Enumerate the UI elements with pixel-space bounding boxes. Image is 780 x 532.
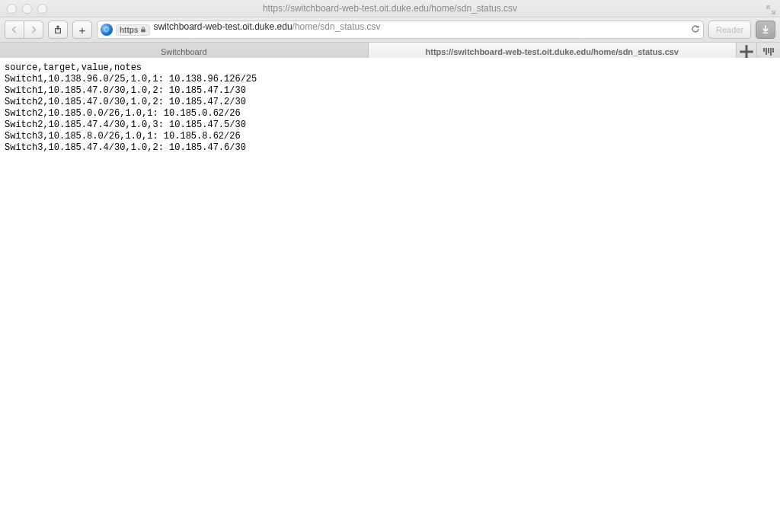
url-host: switchboard-web-test.oit.duke.edu <box>153 21 292 32</box>
https-label: https <box>120 26 138 34</box>
url-text[interactable]: switchboard-web-test.oit.duke.edu/home/s… <box>153 21 688 38</box>
window-title: https://switchboard-web-test.oit.duke.ed… <box>0 0 780 17</box>
zoom-window-button[interactable] <box>37 4 47 14</box>
reload-button[interactable] <box>691 24 700 36</box>
add-bookmark-button[interactable]: + <box>72 21 92 39</box>
address-bar[interactable]: https switchboard-web-test.oit.duke.edu/… <box>97 21 704 39</box>
fullscreen-icon[interactable] <box>766 3 775 12</box>
forward-button[interactable] <box>24 21 43 39</box>
share-button[interactable] <box>48 21 68 39</box>
https-badge: https <box>116 24 150 36</box>
close-window-button[interactable] <box>7 4 17 14</box>
tab-label: https://switchboard-web-test.oit.duke.ed… <box>426 47 679 56</box>
svg-rect-1 <box>142 29 146 32</box>
window-titlebar: https://switchboard-web-test.oit.duke.ed… <box>0 0 780 18</box>
url-path: /home/sdn_status.csv <box>292 21 381 32</box>
back-button[interactable] <box>5 21 24 39</box>
site-favicon-icon <box>101 24 113 36</box>
window-controls <box>7 4 47 14</box>
lock-icon <box>140 26 146 34</box>
minimize-window-button[interactable] <box>22 4 32 14</box>
navigation-toolbar: + https switchboard-web-test.oit.duke.ed… <box>0 18 780 43</box>
reader-button[interactable]: Reader <box>708 21 751 39</box>
tabs-overview-icon <box>763 48 774 56</box>
page-content: source,target,value,notes Switch1,10.138… <box>0 58 780 532</box>
tab-label: Switchboard <box>161 47 207 56</box>
downloads-button[interactable] <box>756 21 775 39</box>
csv-text[interactable]: source,target,value,notes Switch1,10.138… <box>5 62 780 154</box>
svg-rect-2 <box>763 33 769 33</box>
reader-label: Reader <box>716 25 743 34</box>
nav-back-forward <box>5 21 43 39</box>
